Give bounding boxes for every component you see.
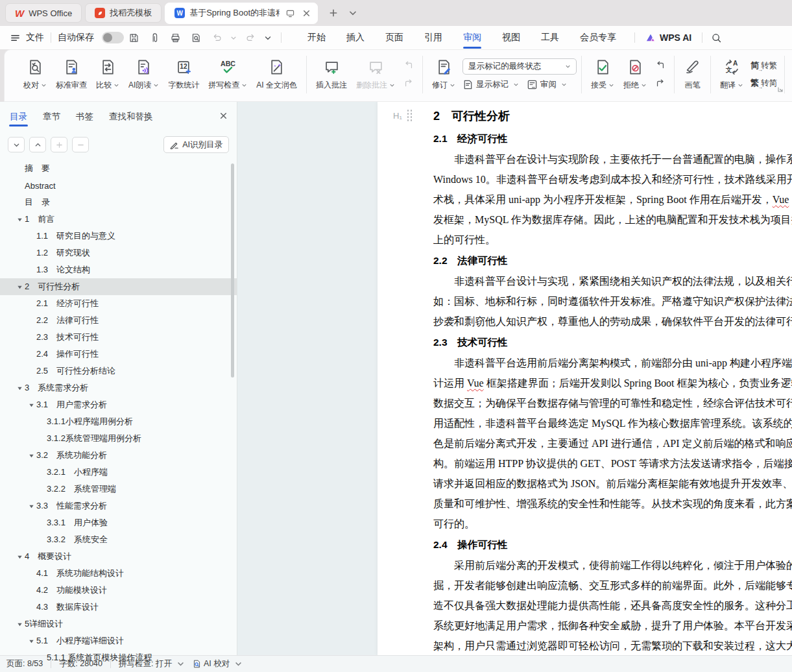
insert-comment-button[interactable]: 插入批注 (311, 53, 352, 96)
document-page[interactable]: H₁ 2 可行性分析2.1 经济可行性非遗科普平台在设计与实现阶段，主要依托于一… (378, 102, 792, 655)
toc-item[interactable]: 2.3 技术可行性 (0, 329, 237, 346)
collapse-arrow-icon[interactable] (26, 453, 36, 459)
autosave-toggle[interactable] (102, 32, 124, 43)
collapse-arrow-icon[interactable] (14, 385, 25, 391)
next-comment-icon[interactable] (402, 77, 416, 90)
restrict-editing-button[interactable]: 限制编辑 (789, 53, 792, 96)
show-markup-button[interactable]: 显示标记 (462, 79, 519, 90)
ribbon-button-AI朗读[interactable]: AI朗读 (124, 53, 163, 96)
close-sidebar-icon[interactable] (219, 112, 228, 122)
collapse-arrow-icon[interactable] (14, 217, 25, 222)
file-menu[interactable]: 文件 (8, 30, 44, 45)
menu-tab-审阅[interactable]: 审阅 (455, 28, 489, 47)
menu-tab-视图[interactable]: 视图 (494, 28, 528, 47)
toc-item[interactable]: 5.1 小程序端详细设计 (0, 632, 237, 649)
collapse-arrow-icon[interactable] (26, 402, 36, 408)
ribbon-button-比较[interactable]: 比较 (91, 53, 124, 96)
collapse-all-icon[interactable] (29, 137, 46, 152)
toc-item[interactable]: 1 前言 (0, 211, 237, 228)
heading-drag-handle[interactable]: H₁ (393, 110, 413, 122)
export-pdf-icon[interactable] (147, 30, 162, 45)
simplified-to-traditional-button[interactable]: 简→ 转繁 (750, 60, 777, 71)
save-icon[interactable] (126, 30, 141, 45)
toc-item[interactable]: 4 概要设计 (0, 548, 237, 565)
toc-item[interactable]: 1.1 研究目的与意义 (0, 228, 237, 245)
reject-button[interactable]: 拒绝 (619, 53, 651, 96)
toc-item[interactable]: 3.1.1小程序端用例分析 (0, 413, 237, 430)
translate-button[interactable]: 文A 翻译 (715, 53, 748, 96)
toc-item[interactable]: 1.3 论文结构 (0, 261, 237, 278)
ribbon-button-校对[interactable]: 校对 (19, 53, 51, 96)
menu-tab-插入[interactable]: 插入 (339, 28, 372, 47)
ribbon-button-字数统计[interactable]: 12字数统计 (163, 53, 204, 96)
traditional-to-simplified-button[interactable]: 繁→ 转简 (750, 77, 777, 89)
redo-icon[interactable] (243, 30, 258, 45)
markup-state-select[interactable]: 显示标记的最终状态 (462, 58, 577, 75)
close-tab-icon[interactable] (300, 7, 312, 19)
toc-item[interactable]: 3.1 用户需求分析 (0, 396, 237, 413)
ribbon-button-标准审查[interactable]: 标准审查 (51, 53, 91, 96)
tab-wps-home[interactable]: W WPS Office (5, 3, 82, 23)
expand-all-icon[interactable] (8, 137, 25, 152)
toc-item[interactable]: 5详细设计 (0, 616, 237, 632)
sidebar-tab-目录[interactable]: 目录 (9, 104, 28, 129)
toc-item[interactable]: 4.2 功能模块设计 (0, 582, 237, 599)
ribbon-button-AI 全文润色[interactable]: AI 全文润色 (252, 53, 302, 96)
toc-item[interactable]: 3.3 性能需求分析 (0, 498, 237, 514)
toc-item[interactable]: 4.1 系统功能结构设计 (0, 565, 237, 582)
toc-item[interactable]: 3.2.1 小程序端 (0, 464, 237, 481)
sidebar-tab-书签[interactable]: 书签 (75, 104, 94, 129)
collapse-arrow-icon[interactable] (26, 503, 36, 509)
collapse-arrow-icon[interactable] (26, 638, 36, 644)
track-changes-button[interactable]: 修订 (427, 53, 460, 96)
toc-item[interactable]: 3.3.1 用户体验 (0, 514, 237, 531)
wps-ai-button[interactable]: WPS AI (645, 32, 691, 43)
autosave-control[interactable]: 自动保存 (58, 32, 124, 43)
undo-chevron-icon[interactable] (230, 30, 237, 45)
toc-item[interactable]: 2 可行性分析 (0, 278, 237, 295)
dialog-launcher-icon[interactable] (777, 84, 784, 95)
toc-item[interactable]: 3.2.2 系统管理端 (0, 481, 237, 498)
toc-item[interactable]: Abstract (0, 177, 237, 194)
print-icon[interactable] (168, 30, 182, 45)
quick-toolbar-chevron-icon[interactable] (264, 30, 272, 45)
menu-tab-会员专享[interactable]: 会员专享 (572, 28, 624, 47)
menu-tab-开始[interactable]: 开始 (300, 28, 333, 47)
toc-item[interactable]: 2.2 法律可行性 (0, 312, 237, 329)
toc-item[interactable]: 2.4 操作可行性 (0, 346, 237, 363)
new-tab-icon[interactable] (328, 7, 339, 19)
previous-comment-icon[interactable] (402, 59, 416, 72)
ink-brush-button[interactable]: 画笔 (679, 53, 706, 96)
menu-tab-页面[interactable]: 页面 (378, 28, 411, 47)
print-preview-icon[interactable] (189, 30, 203, 45)
collapse-arrow-icon[interactable] (14, 621, 25, 627)
delete-comment-button[interactable]: 删除批注 (352, 53, 400, 96)
toc-item[interactable]: 2.1 经济可行性 (0, 295, 237, 312)
sidebar-scrollbar[interactable] (231, 163, 234, 378)
toc-item[interactable]: 3 系统需求分析 (0, 379, 237, 396)
toc-item[interactable]: 5.1.1 系统首页模块操作流程 (0, 649, 237, 666)
zoom-out-toc-icon[interactable] (72, 137, 89, 152)
toc-item[interactable]: 3.3.2 系统安全 (0, 531, 237, 548)
ai-recognize-toc-button[interactable]: AI识别目录 (163, 136, 229, 153)
sidebar-tab-章节[interactable]: 章节 (42, 104, 61, 129)
tab-document[interactable]: W 基于Spring Boot的非遗科普 (165, 3, 318, 24)
toc-item[interactable]: 1.2 研究现状 (0, 245, 237, 261)
next-change-icon[interactable] (653, 77, 667, 90)
ribbon-button-拼写检查[interactable]: ABC拼写检查 (204, 53, 252, 96)
tab-list-chevron-icon[interactable] (347, 7, 359, 19)
toc-item[interactable]: 摘 要 (0, 160, 237, 177)
collapse-arrow-icon[interactable] (14, 554, 25, 560)
toc-item[interactable]: 3.1.2系统管理端用例分析 (0, 430, 237, 447)
tab-docer[interactable]: 找稻壳模板 (85, 3, 162, 23)
search-icon[interactable] (709, 30, 723, 45)
toc-item[interactable]: 2.5 可行性分析结论 (0, 363, 237, 379)
presentation-mode-icon[interactable] (284, 7, 296, 19)
sidebar-tab-查找和替换[interactable]: 查找和替换 (108, 104, 154, 129)
toc-item[interactable]: 目 录 (0, 194, 237, 211)
accept-button[interactable]: 接受 (586, 53, 619, 96)
review-pane-button[interactable]: 审阅 (527, 79, 567, 90)
toc-item[interactable]: 4.3 数据库设计 (0, 599, 237, 616)
toc-item[interactable]: 3.2 系统功能分析 (0, 447, 237, 464)
menu-tab-引用[interactable]: 引用 (416, 28, 450, 47)
